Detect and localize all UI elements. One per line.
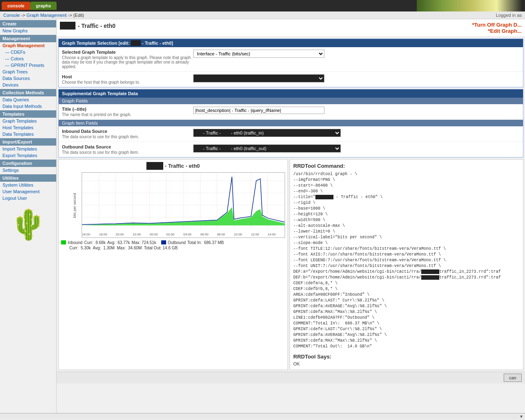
svg-text:22:00: 22:00: [133, 233, 141, 236]
page-title-text: - Traffic - eth0: [78, 23, 116, 29]
rrdtool-says-title: RRDTool Says:: [293, 354, 520, 360]
svg-text:00:00: 00:00: [150, 233, 158, 236]
sidebar-item-data-queries[interactable]: Data Queries: [0, 96, 56, 103]
breadcrumb-console[interactable]: Console: [3, 13, 20, 18]
supplemental-graph-template-panel: Supplemental Graph Template Data Graph F…: [58, 89, 523, 158]
selected-graph-template-label: Selected Graph Template: [62, 50, 193, 55]
console-tab-label: console: [7, 3, 25, 8]
inbound-control: - Traffic - - eth0 (traffic_in): [193, 129, 520, 137]
breadcrumb-bar: Console -> Graph Management -> (Edit) Lo…: [0, 11, 525, 19]
sidebar-item-settings[interactable]: Settings: [0, 167, 56, 173]
rrd-def-a-box: [421, 269, 439, 274]
host-desc: Choose the host that this graph belongs …: [62, 80, 193, 84]
sidebar-item-colors[interactable]: --- Colors: [0, 55, 56, 62]
sidebar-item-new-graphs[interactable]: New Graphs: [0, 27, 56, 34]
graph-display-title: - Traffic - eth0: [61, 162, 285, 170]
sidebar-item-data-input-methods[interactable]: Data Input Methods: [0, 103, 56, 110]
graph-title-box: [146, 162, 163, 170]
host-row: Host Choose the host that this graph bel…: [59, 72, 523, 87]
graphs-tab-label: graphs: [36, 3, 51, 8]
inbound-data-source-row: Inbound Data Source The data source to u…: [59, 126, 523, 142]
inbound-label-col: Inbound Data Source The data source to u…: [62, 129, 193, 139]
save-button[interactable]: can: [504, 374, 522, 382]
title-desc: The name that is printed on the graph.: [62, 112, 193, 117]
sidebar-item-data-templates[interactable]: Data Templates: [0, 131, 56, 137]
svg-text:14:00: 14:00: [267, 233, 276, 236]
sidebar-item-export-templates[interactable]: Export Templates: [0, 152, 56, 159]
breadcrumb-graph-management[interactable]: Graph Management: [27, 13, 67, 18]
sidebar-item-devices[interactable]: Devices: [0, 82, 56, 88]
title-input[interactable]: [193, 107, 324, 114]
host-label: Host: [62, 74, 193, 79]
rrdtool-panel: RRDTool Command: /usr/bin/rrdtool graph …: [290, 159, 523, 370]
console-tab[interactable]: console: [2, 2, 30, 10]
legend-outbound-curr: Curr: 5.30k: [69, 246, 91, 250]
sidebar-item-system-utilities[interactable]: System Utilities: [0, 182, 56, 188]
graph-template-selection-header: Graph Template Selection [edit: - Traffi…: [59, 39, 523, 47]
svg-text:18:00: 18:00: [99, 233, 107, 236]
sidebar-item-cdefs[interactable]: --- CDEFs: [0, 49, 56, 55]
edit-graph-link[interactable]: *Edit Graph...: [472, 28, 522, 34]
legend-outbound-color: [161, 240, 166, 244]
sidebar-item-data-sources[interactable]: Data Sources: [0, 75, 56, 82]
rrdtool-command: /usr/bin/rrdtool graph - \ --imgformat=P…: [293, 171, 520, 349]
sidebar-item-graph-management[interactable]: Graph Management: [0, 42, 56, 49]
svg-text:20:00: 20:00: [116, 233, 124, 236]
legend-total-out: Total Out: 14.6 GB: [143, 246, 178, 250]
outbound-data-source-row: Outbound Data Source The data source to …: [59, 142, 523, 157]
outbound-data-source-select[interactable]: - Traffic - - eth0 (traffic_out): [193, 144, 341, 153]
sidebar-section-configuration: Configuration: [0, 160, 56, 167]
inbound-data-source-select[interactable]: - Traffic - - eth0 (traffic_in): [193, 129, 341, 137]
top-banner: [417, 0, 523, 11]
sidebar-item-user-management[interactable]: User Management: [0, 188, 56, 195]
sidebar-item-import-templates[interactable]: Import Templates: [0, 146, 56, 152]
y-axis-label: bits per second: [73, 193, 77, 218]
selected-graph-template-label-col: Selected Graph Template Choose a graph t…: [62, 50, 193, 69]
cactus-icon: 🌵: [0, 210, 56, 239]
outbound-desc: The data source to use for this graph it…: [62, 150, 193, 155]
host-select[interactable]: [193, 74, 324, 82]
sidebar-section-collection: Collection Methods: [0, 89, 56, 96]
section-edit-label: [edit: - Traffic - eth0]: [119, 40, 173, 46]
legend-total-in: Total In: 686.37 MB: [187, 240, 224, 245]
selected-graph-template-select[interactable]: Interface - Traffic (bits/sec): [193, 50, 324, 58]
turn-off-graph-link[interactable]: *Turn Off Graph D...: [472, 22, 522, 28]
graph-display-panel: - Traffic - eth0 bits per second: [58, 159, 288, 370]
title-row: Title (--title) The name that is printed…: [59, 104, 523, 120]
scroll-bar[interactable]: ▼: [0, 413, 525, 420]
content-area: - Traffic - eth0 *Turn Off Graph D... *E…: [57, 19, 525, 413]
svg-text:04:00: 04:00: [183, 233, 192, 236]
sidebar-item-logout-user[interactable]: Logout User: [0, 195, 56, 201]
sidebar: Create New Graphs Management Graph Manag…: [0, 19, 57, 413]
sidebar-item-graph-templates[interactable]: Graph Templates: [0, 118, 56, 124]
outbound-label: Outbound Data Source: [62, 144, 193, 149]
sidebar-item-gprint-presets[interactable]: --- GPRINT Presets: [0, 62, 56, 68]
legend-inbound-avg: Avg: 63.77k: [107, 240, 130, 245]
graph-svg-wrapper: bits per second: [61, 172, 285, 239]
sidebar-item-host-templates[interactable]: Host Templates: [0, 124, 56, 131]
bottom-bar: can: [57, 372, 525, 383]
graph-legend: Inbound Curr: 8.68k Avg: 63.77k Max: 724…: [61, 240, 285, 245]
svg-text:02:00: 02:00: [167, 233, 175, 236]
sidebar-section-create: Create: [0, 20, 56, 27]
selected-graph-template-desc: Choose a graph template to apply to this…: [62, 55, 193, 69]
title-control: [193, 107, 520, 114]
svg-text:08:00: 08:00: [217, 233, 225, 236]
outbound-label-col: Outbound Data Source The data source to …: [62, 144, 193, 155]
svg-text:16:00: 16:00: [82, 233, 90, 236]
breadcrumb: Console -> Graph Management -> (Edit): [3, 13, 84, 18]
scroll-indicator: ▼: [519, 414, 523, 419]
sidebar-section-utilities: Utilities: [0, 174, 56, 182]
rrdtool-title: RRDTool Command:: [293, 163, 520, 169]
graphs-tab[interactable]: graphs: [30, 2, 57, 10]
svg-text:06:00: 06:00: [200, 233, 208, 236]
legend-inbound-label: Inbound: [68, 240, 82, 245]
legend-outbound-avg: Avg: 1.30M: [92, 246, 114, 250]
top-nav: console graphs: [0, 0, 525, 11]
sidebar-item-graph-trees[interactable]: Graph Trees: [0, 68, 56, 75]
graph-rrd-row: - Traffic - eth0 bits per second: [58, 159, 523, 370]
rrdtool-says-value: OK: [293, 361, 520, 366]
host-label-col: Host Choose the host that this graph bel…: [62, 74, 193, 84]
sidebar-section-import-export: Import/Export: [0, 138, 56, 146]
sidebar-section-management: Management: [0, 35, 56, 42]
